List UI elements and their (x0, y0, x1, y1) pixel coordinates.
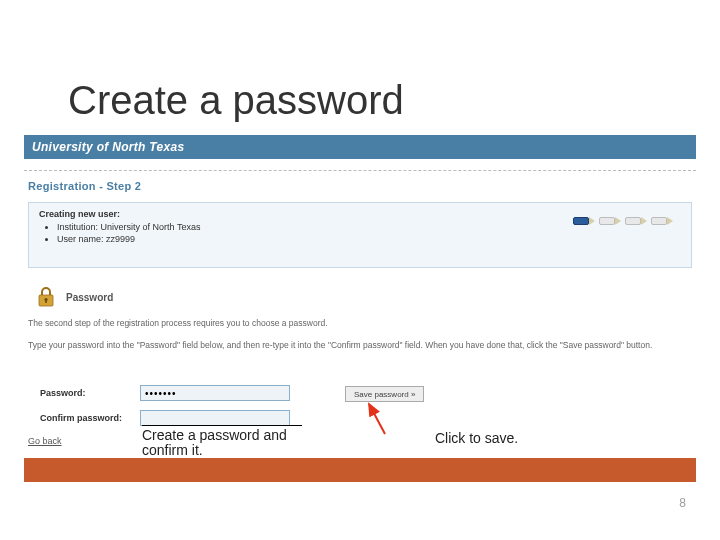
divider (24, 170, 696, 171)
confirm-password-input[interactable] (140, 410, 290, 426)
progress-pencils-icon (573, 217, 673, 225)
save-password-button[interactable]: Save password » (345, 386, 424, 402)
confirm-password-row: Confirm password: (40, 410, 290, 426)
arrow-icon (355, 400, 415, 440)
creating-user-panel: Creating new user: Institution: Universi… (28, 202, 692, 268)
svg-rect-2 (45, 300, 47, 303)
instruction-text-2: Type your password into the "Password" f… (28, 340, 692, 352)
university-name: University of North Texas (32, 140, 184, 154)
username-line: User name: zz9999 (57, 234, 681, 244)
password-row: Password: (40, 385, 290, 401)
callout-create-confirm: Create a password and confirm it. (142, 425, 302, 459)
lock-icon (36, 286, 56, 308)
password-label: Password: (40, 388, 140, 398)
university-header-bar: University of North Texas (24, 135, 696, 159)
registration-step-title: Registration - Step 2 (28, 180, 141, 192)
callout-click-save: Click to save. (435, 430, 518, 446)
page-number: 8 (679, 496, 686, 510)
password-heading-row: Password (36, 286, 113, 308)
pencil-icon (651, 217, 673, 225)
pencil-icon (573, 217, 595, 225)
footer-accent-bar (24, 458, 696, 482)
password-input[interactable] (140, 385, 290, 401)
pencil-icon (599, 217, 621, 225)
confirm-password-label: Confirm password: (40, 413, 140, 423)
go-back-link[interactable]: Go back (28, 436, 62, 446)
instruction-text-1: The second step of the registration proc… (28, 318, 692, 328)
pencil-icon (625, 217, 647, 225)
svg-line-3 (369, 404, 385, 434)
slide-title: Create a password (68, 78, 404, 123)
password-heading: Password (66, 292, 113, 303)
